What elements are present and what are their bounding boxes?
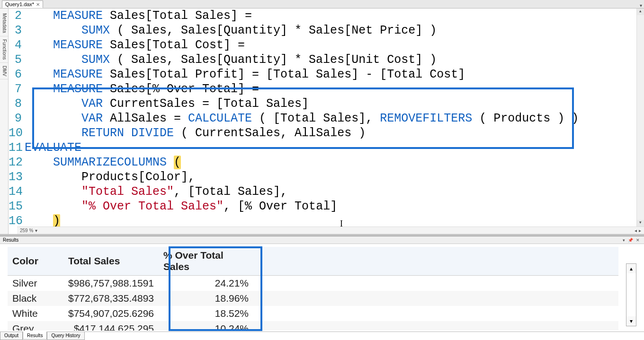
side-tabs: Metadata Functions DMV [0,9,9,234]
side-tab-functions[interactable]: Functions [0,36,8,63]
file-tab-query1[interactable]: Query1.dax* ✕ [2,0,43,8]
code-editor[interactable]: 2345678910111213141516 MEASURE Sales[Tot… [9,9,644,234]
results-dropdown-icon[interactable]: ▾ [621,238,626,243]
scroll-up-icon[interactable]: ▴ [637,9,644,15]
code-area[interactable]: MEASURE Sales[Total Sales] = SUMX ( Sale… [25,9,644,234]
pin-icon[interactable]: 📌 [626,238,635,243]
tab-dropdown-icon[interactable]: ▾ [637,3,644,8]
results-vertical-scrollbar[interactable]: ▴ ▾ [626,263,636,326]
scroll-down-icon[interactable]: ▾ [637,220,644,227]
results-table: Color Total Sales % Over Total Sales Sil… [8,247,618,331]
results-pane: Results ▾ 📌 ✕ Color Total Sales % Over T… [0,236,644,331]
column-header-pct-over-total[interactable]: % Over Total Sales [159,247,253,276]
hscroll-left-icon[interactable]: ◂ [635,228,637,233]
side-tab-metadata[interactable]: Metadata [0,10,8,36]
column-header-color[interactable]: Color [8,247,63,276]
editor-vertical-scrollbar[interactable]: ▴ ▾ [636,9,644,227]
scroll-down-icon[interactable]: ▾ [626,316,636,326]
close-icon[interactable]: ✕ [635,238,641,243]
bottom-tab-history[interactable]: Query History [47,332,84,340]
results-title: Results [3,237,18,243]
zoom-bar: 259 % ▾ ◂ ▸ [17,227,644,234]
editor-pane: Metadata Functions DMV 23456789101112131… [0,9,644,234]
line-gutter: 2345678910111213141516 [9,9,25,234]
results-header: Results ▾ 📌 ✕ [0,236,644,244]
file-tab-label: Query1.dax* [5,1,34,7]
scroll-up-icon[interactable]: ▴ [626,264,636,273]
file-tabs: Query1.dax* ✕ ▾ [0,0,644,9]
close-icon[interactable]: ✕ [36,2,40,7]
table-row[interactable]: White$754,907,025.629618.52% [8,306,618,321]
hscroll-right-icon[interactable]: ▸ [639,228,641,233]
zoom-dropdown-icon[interactable]: ▾ [35,228,37,233]
table-row[interactable]: Grey$417,144,625.29510.24% [8,321,618,331]
zoom-level: 259 % [20,228,33,233]
column-header-total-sales[interactable]: Total Sales [63,247,159,276]
bottom-tab-results[interactable]: Results [23,331,47,340]
table-row[interactable]: Silver$986,757,988.159124.21% [8,276,618,291]
bottom-tab-output[interactable]: Output [0,332,23,340]
bottom-tabs: Output Results Query History [0,331,644,340]
side-tab-dmv[interactable]: DMV [0,63,8,79]
table-row[interactable]: Black$772,678,335.489318.96% [8,291,618,306]
column-header-empty [253,247,618,276]
